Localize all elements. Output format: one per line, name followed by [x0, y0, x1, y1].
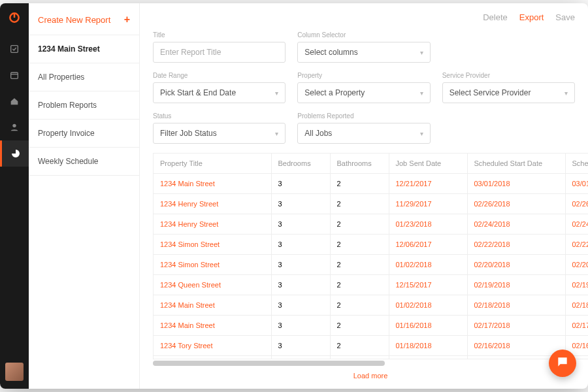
plus-icon: + [124, 14, 130, 25]
field-problems-reported: Problems Reported All Jobs ▾ [297, 112, 430, 144]
cell-sent-date: 01/16/2018 [389, 316, 467, 336]
date-range-label: Date Range [153, 72, 286, 79]
sidebar-item[interactable]: Problem Reports [29, 91, 139, 120]
cell-bedrooms: 3 [271, 194, 330, 214]
table-row[interactable]: 1234 Simon Street3212/06/201702/22/20180… [154, 235, 588, 255]
filters: Title Column Selector Select columns ▾ D… [140, 31, 588, 153]
title-label: Title [153, 31, 286, 39]
field-property: Property Select a Property ▾ [297, 72, 430, 103]
cell-property-title[interactable]: 1234 Tory Street [154, 336, 271, 356]
table-row[interactable]: 1234 Henry Street3211/29/201702/26/20180… [154, 194, 588, 214]
field-status: Status Filter Job Status ▾ [153, 112, 286, 144]
cell-property-title[interactable]: 1234 Henry Street [154, 194, 271, 214]
rail-item-calendar[interactable] [0, 62, 29, 88]
cell-end-date: 02/20/2018 [565, 255, 588, 275]
table-row[interactable]: 1234 Tory Street3201/18/201802/16/201802… [154, 336, 588, 356]
export-button[interactable]: Export [519, 12, 544, 22]
rail-item-checklist[interactable] [0, 36, 29, 62]
field-date-range: Date Range Pick Start & End Date ▾ [153, 72, 286, 103]
cell-bathrooms: 2 [330, 235, 389, 255]
cell-sent-date: 11/29/2017 [389, 356, 467, 359]
cell-end-date: 02/19/2018 [565, 275, 588, 295]
problems-reported-label: Problems Reported [297, 112, 430, 120]
cell-end-date: 02/26/2018 [565, 194, 588, 214]
problems-value: All Jobs [304, 129, 332, 138]
status-select[interactable]: Filter Job Status ▾ [153, 123, 286, 144]
create-report-button[interactable]: Create New Report + [29, 3, 139, 35]
property-label: Property [297, 72, 430, 79]
cell-bedrooms: 3 [271, 235, 330, 255]
cell-property-title[interactable]: 1234 Main Street [154, 174, 271, 194]
rail-item-user[interactable] [0, 114, 29, 140]
cell-bedrooms: 3 [271, 275, 330, 295]
horizontal-scrollbar[interactable] [153, 361, 575, 365]
avatar[interactable] [5, 363, 24, 381]
rail-item-home[interactable] [0, 88, 29, 114]
cell-property-title[interactable]: 1234 Henry Street [154, 214, 271, 235]
scrollbar-thumb[interactable] [153, 361, 385, 366]
cell-property-title[interactable]: 1234 Tory Street [154, 356, 271, 359]
column-selector-label: Column Selector [297, 31, 430, 39]
chevron-down-icon: ▾ [420, 90, 423, 97]
table-header-row: Property Title Bedrooms Bathrooms Job Se… [154, 154, 588, 174]
cell-bedrooms: 3 [271, 295, 330, 316]
rail-item-reports[interactable] [0, 140, 29, 167]
cell-property-title[interactable]: 1234 Main Street [154, 316, 271, 336]
service-provider-label: Service Provider [442, 72, 575, 79]
create-report-label: Create New Report [38, 15, 110, 25]
title-input[interactable] [160, 42, 278, 62]
date-range-value: Pick Start & End Date [160, 88, 236, 97]
cell-property-title[interactable]: 1234 Simon Street [154, 235, 271, 255]
col-bedrooms[interactable]: Bedrooms [271, 154, 330, 174]
cell-end-date: 02/22/2018 [565, 235, 588, 255]
sidebar-item[interactable]: Property Invoice [29, 120, 139, 148]
cell-bathrooms: 2 [330, 316, 389, 336]
col-property-title[interactable]: Property Title [154, 154, 271, 174]
cell-bathrooms: 2 [330, 275, 389, 295]
table-row[interactable]: 1234 Henry Street3201/23/201802/24/20180… [154, 214, 588, 235]
table-row[interactable]: 1234 Queen Street3212/15/201702/19/20180… [154, 275, 588, 295]
main-panel: Delete Export Save Title Column Selector… [140, 3, 588, 389]
cell-start-date: 02/26/2018 [467, 194, 565, 214]
results-table-scroll[interactable]: Property Title Bedrooms Bathrooms Job Se… [153, 153, 588, 359]
results-table: Property Title Bedrooms Bathrooms Job Se… [154, 154, 588, 359]
col-scheduled-start[interactable]: Scheduled Start Date [467, 154, 565, 174]
problems-select[interactable]: All Jobs ▾ [297, 123, 430, 144]
cell-bedrooms: 3 [271, 255, 330, 275]
cell-property-title[interactable]: 1234 Simon Street [154, 255, 271, 275]
col-scheduled-end[interactable]: Scheduled End Date [565, 154, 588, 174]
cell-end-date: 02/17/2018 [565, 316, 588, 336]
chat-fab[interactable] [549, 350, 576, 377]
sidebar-item[interactable]: All Properties [29, 63, 139, 91]
service-provider-select[interactable]: Select Service Provider ▾ [442, 82, 575, 103]
table-row[interactable]: 1234 Simon Street3201/02/201802/20/20180… [154, 255, 588, 275]
report-list: 1234 Main StreetAll PropertiesProblem Re… [29, 35, 139, 176]
cell-bedrooms: 3 [271, 316, 330, 336]
cell-start-date: 02/18/2018 [467, 295, 565, 316]
table-row[interactable]: 1234 Main Street3201/02/201802/18/201802… [154, 295, 588, 316]
title-input-wrapper [153, 42, 286, 63]
save-button[interactable]: Save [555, 12, 575, 22]
chevron-down-icon: ▾ [275, 90, 278, 97]
col-job-sent-date[interactable]: Job Sent Date [389, 154, 467, 174]
cell-sent-date: 01/23/2018 [389, 214, 467, 235]
cell-property-title[interactable]: 1234 Main Street [154, 295, 271, 316]
cell-bedrooms: 3 [271, 214, 330, 235]
property-select[interactable]: Select a Property ▾ [297, 82, 430, 103]
cell-property-title[interactable]: 1234 Queen Street [154, 275, 271, 295]
cell-sent-date: 12/06/2017 [389, 235, 467, 255]
cell-start-date: 02/22/2018 [467, 235, 565, 255]
table-row[interactable]: 1234 Main Street3201/16/201802/17/201802… [154, 316, 588, 336]
column-selector[interactable]: Select columns ▾ [297, 42, 430, 63]
delete-button[interactable]: Delete [483, 12, 508, 22]
col-bathrooms[interactable]: Bathrooms [330, 154, 389, 174]
cell-sent-date: 11/29/2017 [389, 194, 467, 214]
load-more-button[interactable]: Load more [153, 365, 588, 389]
app-window: Create New Report + 1234 Main StreetAll … [0, 3, 588, 389]
logo-icon [8, 11, 21, 24]
sidebar-item[interactable]: 1234 Main Street [29, 35, 139, 63]
sidebar-item[interactable]: Weekly Schedule [29, 148, 139, 176]
table-row[interactable]: 1234 Tory Street3211/29/201702/15/201802… [154, 356, 588, 359]
table-row[interactable]: 1234 Main Street3212/21/201703/01/201803… [154, 174, 588, 194]
date-range-select[interactable]: Pick Start & End Date ▾ [153, 82, 286, 103]
